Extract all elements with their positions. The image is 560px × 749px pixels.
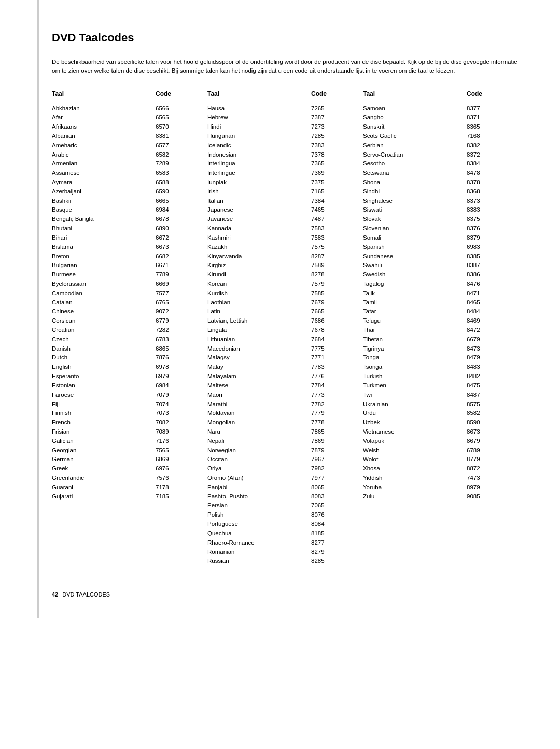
language-code: 6890 [156,224,207,233]
language-code: 7967 [311,455,363,464]
language-name: Estonian [52,381,156,391]
language-name: Shona [363,178,467,187]
language-name: Sanskrit [363,122,467,132]
list-item: Bashkir6665 [52,197,207,206]
language-name: Romanian [207,548,311,557]
list-item: Dutch7876 [52,353,207,363]
language-name: Slovenian [363,224,467,233]
column-2: Taal Code Hausa7265Hebrew7387Hindi7273Hu… [207,90,363,566]
list-item: Bislama6673 [52,243,207,252]
language-code: 9085 [467,492,519,502]
column-3: Taal Code Samoan8377Sangho8371Sanskrit83… [363,90,519,566]
list-item: Xhosa8872 [363,464,519,474]
list-item: Yiddish7473 [363,474,519,483]
language-name: Samoan [363,104,467,114]
language-name: Malayalam [207,372,311,381]
language-code: 6869 [156,455,207,464]
language-code: 7779 [311,409,363,418]
language-code: 8779 [467,455,519,464]
list-item: Thai8472 [363,326,519,335]
list-item: Czech6783 [52,335,207,344]
list-item: Sangho8371 [363,113,519,122]
list-item: Finnish7073 [52,409,207,418]
list-item: Panjabi8065 [207,483,363,492]
language-name: Bengali; Bangla [52,215,156,224]
language-code: 7579 [311,280,363,289]
language-name: Georgian [52,446,156,455]
language-code: 6865 [156,344,207,354]
language-code: 6984 [156,205,207,215]
language-code: 7375 [311,178,363,187]
language-code: 7065 [311,501,363,510]
list-item: Burmese7789 [52,270,207,280]
list-item: Hindi7273 [207,122,363,132]
list-item: German6869 [52,455,207,464]
language-name: Macedonian [207,344,311,354]
list-item: Ameharic6577 [52,141,207,150]
list-item: Marathi7782 [207,400,363,409]
language-name: Welsh [363,446,467,455]
list-item: Somali8379 [363,233,519,243]
list-item: Tajik8471 [363,289,519,298]
language-name: Kirghiz [207,261,311,270]
list-item: Basque6984 [52,205,207,215]
list-item: Maltese7784 [207,381,363,391]
language-code: 8278 [311,270,363,280]
language-name: Dutch [52,353,156,363]
language-code: 8482 [467,372,519,381]
language-code: 8185 [311,529,363,538]
language-code: 7565 [156,446,207,455]
language-code: 8279 [311,548,363,557]
language-name: Burmese [52,270,156,280]
list-item: Serbian8382 [363,141,519,150]
language-code: 6976 [156,464,207,474]
list-item: Setswana8478 [363,169,519,178]
col1-header-code: Code [156,90,207,98]
language-name: Marathi [207,400,311,409]
language-name: Naru [207,427,311,437]
language-name: Oriya [207,464,311,474]
language-code: 8478 [467,169,519,178]
language-code: 6671 [156,261,207,270]
list-item: Greek6976 [52,464,207,474]
language-name: Japanese [207,205,311,215]
language-name: German [52,455,156,464]
language-name: Ameharic [52,141,156,150]
language-code: 8386 [467,270,519,280]
list-item: Fiji7074 [52,400,207,409]
page-title: DVD Taalcodes [52,31,519,49]
language-code: 8378 [467,178,519,187]
language-name: Hebrew [207,113,311,122]
language-name: Twi [363,391,467,400]
language-code: 8379 [467,233,519,243]
language-code: 7583 [311,224,363,233]
language-code: 8475 [467,381,519,391]
language-name: Esperanto [52,372,156,381]
language-code: 6570 [156,122,207,132]
col2-header-code: Code [311,90,363,98]
language-code: 6682 [156,252,207,261]
language-code: 7383 [311,141,363,150]
language-code: 6673 [156,243,207,252]
list-item: Italian7384 [207,197,363,206]
language-name: Norwegian [207,446,311,455]
language-name: Turkish [363,372,467,381]
language-name: Ukrainian [363,400,467,409]
language-code: 6779 [156,316,207,326]
language-name: Tonga [363,353,467,363]
language-name: Yiddish [363,474,467,483]
language-name: Maori [207,391,311,400]
language-code: 8471 [467,289,519,298]
language-name: Tajik [363,289,467,298]
language-name: Byelorussian [52,280,156,289]
language-name: Kazakh [207,243,311,252]
language-name: Korean [207,280,311,289]
list-item: Romanian8279 [207,548,363,557]
list-item: Cambodian7577 [52,289,207,298]
language-code: 8285 [311,557,363,566]
language-code: 8084 [311,520,363,529]
language-name: Tatar [363,307,467,316]
language-name: Pashto, Pushto [207,492,311,502]
list-item: Tigrinya8473 [363,344,519,354]
list-item: Tonga8479 [363,353,519,363]
